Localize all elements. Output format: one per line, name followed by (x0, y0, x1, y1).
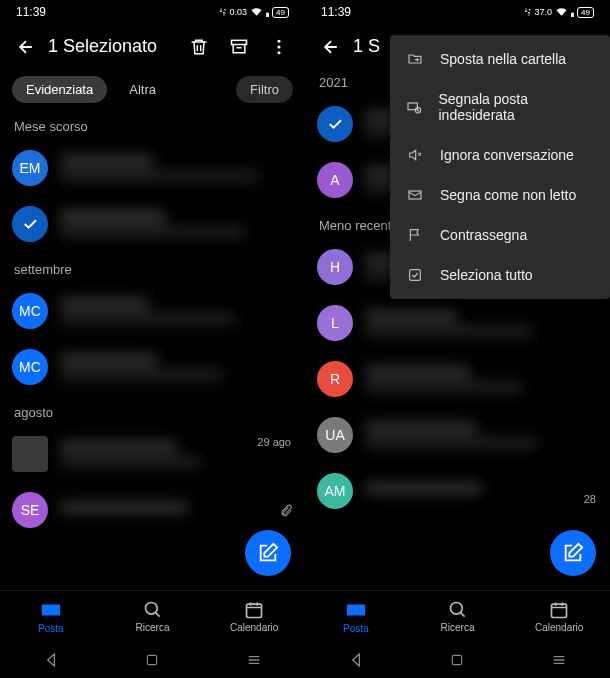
archive-icon[interactable] (221, 29, 257, 65)
menu-label: Segnala posta indesiderata (439, 91, 595, 123)
avatar[interactable]: MC (12, 349, 48, 385)
mail-icon (406, 187, 424, 203)
status-time: 11:39 (321, 5, 351, 19)
avatar[interactable]: A (317, 162, 353, 198)
avatar[interactable]: EM (12, 150, 48, 186)
status-icons: 0.03 49 (218, 7, 289, 18)
menu-mark-unread[interactable]: Segna come non letto (390, 175, 610, 215)
nav-search[interactable]: Ricerca (407, 591, 509, 642)
status-time: 11:39 (16, 5, 46, 19)
bottom-nav: Posta Ricerca Calendario (0, 590, 305, 642)
section-settembre: settembre (0, 252, 305, 283)
section-mese-scorso: Mese scorso (0, 109, 305, 140)
mail-row[interactable]: EM (0, 140, 305, 196)
menu-flag[interactable]: Contrassegna (390, 215, 610, 255)
checkmark-icon[interactable] (12, 206, 48, 242)
spam-icon (406, 99, 423, 115)
mail-row[interactable]: SE (0, 482, 305, 532)
date-label: 28 (584, 493, 596, 505)
sys-home-icon[interactable] (450, 653, 464, 667)
menu-label: Ignora conversazione (440, 147, 574, 163)
select-all-icon (406, 267, 424, 283)
menu-label: Contrassegna (440, 227, 527, 243)
avatar[interactable]: SE (12, 492, 48, 528)
avatar[interactable]: AM (317, 473, 353, 509)
menu-label: Segna come non letto (440, 187, 576, 203)
avatar[interactable]: L (317, 305, 353, 341)
nav-search[interactable]: Ricerca (102, 591, 204, 642)
mail-row[interactable]: AM 28 (305, 463, 610, 513)
nav-mail-label: Posta (343, 623, 369, 634)
nav-search-label: Ricerca (441, 622, 475, 633)
svg-point-3 (278, 45, 281, 48)
menu-report-spam[interactable]: Segnala posta indesiderata (390, 79, 610, 135)
nav-mail[interactable]: Posta (0, 591, 102, 642)
nav-search-label: Ricerca (136, 622, 170, 633)
filter-chip[interactable]: Filtro (236, 76, 293, 103)
tab-evidenziata[interactable]: Evidenziata (12, 76, 107, 103)
date-label: 29 ago (257, 436, 291, 448)
svg-point-5 (145, 603, 157, 615)
nav-calendar-label: Calendario (535, 622, 583, 633)
system-nav (305, 642, 610, 678)
system-nav (0, 642, 305, 678)
svg-point-2 (278, 39, 281, 42)
delete-icon[interactable] (181, 29, 217, 65)
svg-rect-0 (266, 13, 269, 17)
svg-rect-7 (148, 655, 157, 664)
menu-ignore[interactable]: Ignora conversazione (390, 135, 610, 175)
mail-row[interactable]: UA (305, 407, 610, 463)
compose-fab[interactable] (550, 530, 596, 576)
svg-rect-10 (552, 604, 567, 617)
nav-calendar[interactable]: Calendario (508, 591, 610, 642)
nav-mail[interactable]: Posta (305, 591, 407, 642)
tab-altra[interactable]: Altra (115, 76, 170, 103)
status-bar: 11:39 0.03 49 (0, 0, 305, 24)
tabs: Evidenziata Altra Filtro (0, 69, 305, 109)
sys-recent-icon[interactable] (246, 652, 262, 668)
svg-rect-8 (571, 13, 574, 17)
mail-row[interactable]: 29 ago (0, 426, 305, 482)
avatar[interactable] (12, 436, 48, 472)
svg-point-9 (450, 603, 462, 615)
nav-calendar[interactable]: Calendario (203, 591, 305, 642)
nav-calendar-label: Calendario (230, 622, 278, 633)
attachment-icon (279, 504, 293, 522)
sys-home-icon[interactable] (145, 653, 159, 667)
back-button[interactable] (313, 29, 349, 65)
mail-row[interactable]: R (305, 351, 610, 407)
avatar[interactable]: H (317, 249, 353, 285)
sys-back-icon[interactable] (43, 652, 59, 668)
section-agosto: agosto (0, 395, 305, 426)
checkmark-icon[interactable] (317, 106, 353, 142)
menu-label: Sposta nella cartella (440, 51, 566, 67)
svg-rect-15 (410, 270, 421, 281)
svg-rect-11 (453, 655, 462, 664)
avatar[interactable]: R (317, 361, 353, 397)
header-title: 1 Selezionato (48, 36, 181, 57)
status-bar: 11:39 37.0 49 (305, 0, 610, 24)
mute-icon (406, 147, 424, 163)
mail-row[interactable]: MC (0, 339, 305, 395)
svg-rect-1 (232, 40, 247, 44)
context-menu: Sposta nella cartella Segnala posta inde… (390, 35, 610, 299)
bottom-nav: Posta Ricerca Calendario (305, 590, 610, 642)
mail-row-selected[interactable] (0, 196, 305, 252)
sys-back-icon[interactable] (348, 652, 364, 668)
menu-select-all[interactable]: Seleziona tutto (390, 255, 610, 295)
nav-mail-label: Posta (38, 623, 64, 634)
menu-label: Seleziona tutto (440, 267, 533, 283)
back-button[interactable] (8, 29, 44, 65)
avatar[interactable]: UA (317, 417, 353, 453)
status-icons: 37.0 49 (523, 7, 594, 18)
svg-rect-6 (247, 604, 262, 617)
folder-move-icon (406, 51, 424, 67)
avatar[interactable]: MC (12, 293, 48, 329)
mail-row[interactable]: L (305, 295, 610, 351)
header: 1 Selezionato (0, 24, 305, 69)
mail-row[interactable]: MC (0, 283, 305, 339)
compose-fab[interactable] (245, 530, 291, 576)
sys-recent-icon[interactable] (551, 652, 567, 668)
more-icon[interactable] (261, 29, 297, 65)
menu-move-folder[interactable]: Sposta nella cartella (390, 39, 610, 79)
